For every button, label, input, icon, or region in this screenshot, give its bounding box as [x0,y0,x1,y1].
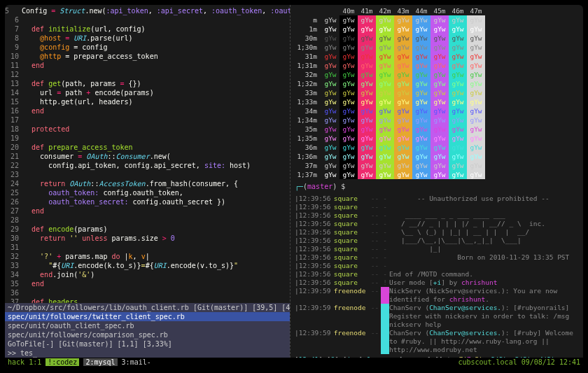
col-header: 44m [412,6,430,15]
code-line[interactable]: 14 url = path + encode(params) [5,88,290,97]
color-row: 1mgYwgYwgYwgYwgYwgYwgYwgYwgYw [295,24,579,34]
window-3[interactable]: 3:mail- [122,358,151,366]
code-line[interactable]: 26 oauth_token_secret: config.oauth_secr… [5,197,290,206]
irc-line: |12:39:56square--- [295,262,579,270]
color-test-grid: 40m41m42m43m44m45m46m47mmgYwgYwgYwgYwgYw… [290,5,583,181]
shell-prompt[interactable]: ┌─(master) $ [290,181,583,192]
irc-line: |12:39:59freenode---ChanServ (ChanServ@s… [295,329,579,354]
irc-line: |12:39:56square--- |_| [295,245,579,253]
status-line: >> tes_ [5,349,290,358]
color-row: 33mgYwgYwgYwgYwgYwgYwgYwgYwgYw [295,88,579,97]
code-line[interactable]: 21 consumer = OAuth::Consumer.new( [5,152,290,161]
code-line[interactable]: 10 @http = prepare_access_token [5,52,290,61]
irc-line: |12:39:56square--- [295,203,579,211]
file-status-area: ~/Dropbox/src/followers/lib/oauth_client… [5,303,290,358]
code-line[interactable]: 33 "#{URI.encode(k.to_s)}=#{URI.encode(v… [5,261,290,270]
hack-bar: hack 1:1 !:codez 2:mysql 3:mail- cubscou… [5,358,583,367]
code-line[interactable]: 9 @config = config [5,43,290,52]
code-line[interactable]: 36 [5,288,290,297]
code-line[interactable]: 11 end [5,61,290,70]
code-line[interactable]: 28 [5,216,290,225]
color-row: 1;30mgYwgYwgYwgYwgYwgYwgYwgYwgYw [295,43,579,52]
code-line[interactable]: 24 return OAuth::AccessToken.from_hash(c… [5,179,290,188]
code-line[interactable]: 5 Config = Struct.new(:api_token, :api_s… [5,6,290,15]
code-line[interactable]: 25 oauth_token: config.oauth_token, [5,188,290,197]
color-row: 1;31mgYwgYwgYwgYwgYwgYwgYwgYwgYw [295,61,579,70]
col-header: 40m [340,6,358,15]
color-row: 1;32mgYwgYwgYwgYwgYwgYwgYwgYwgYw [295,79,579,88]
code-line[interactable]: 34 end.join('&') [5,270,290,279]
code-line[interactable]: 23 [5,170,290,179]
code-line[interactable]: 13 def get(path, params = {}) [5,79,290,88]
color-row: 30mgYwgYwgYwgYwgYwgYwgYwgYwgYw [295,34,579,43]
code-line[interactable]: 32 '?' + params.map do |k, v| [5,252,290,261]
color-row: 1;36mgYwgYwgYwgYwgYwgYwgYwgYwgYw [295,152,579,161]
right-pane: 40m41m42m43m44m45m46m47mmgYwgYwgYwgYwgYw… [290,5,583,358]
code-line[interactable]: 16 end [5,106,290,115]
code-line[interactable]: 30 return '' unless params.size > 0 [5,234,290,243]
color-row: 32mgYwgYwgYwgYwgYwgYwgYwgYwgYw [295,70,579,79]
status-line: GoToFile[-] [Git(master)] [1,1] [3,33%] [5,339,290,349]
status-line: spec/unit/followers/comparison_spec.rb [5,330,290,339]
window-2[interactable]: 2:mysql [83,358,117,366]
col-header: 41m [358,6,376,15]
irc-line: |12:39:56square--- -- Unauthorized use p… [295,195,579,203]
code-line[interactable]: 17 [5,115,290,125]
irc-line: |12:39:56square--- ____ ___ _ _ ___ ____… [295,211,579,220]
code-line[interactable]: 35 end [5,279,290,288]
irc-line: |12:39:56square---End of /MOTD command. [295,270,579,279]
code-buffer[interactable]: 5 Config = Struct.new(:api_token, :api_s… [5,5,290,303]
status-line: spec/unit/oauth_client_spec.rb [5,321,290,330]
status-line: ~/Dropbox/src/followers/lib/oauth_client… [5,303,290,312]
irc-line: |12:39:56square--!User mode [+i] by chri… [295,279,579,287]
code-line[interactable]: 18 protected [5,125,290,134]
code-line[interactable]: 19 [5,134,290,143]
color-row: 37mgYwgYwgYwgYwgYwgYwgYwgYwgYw [295,161,579,170]
code-line[interactable]: 8 @host = URI.parse(url) [5,34,290,43]
code-line[interactable]: 22 config.api_token, config.api_secret, … [5,161,290,170]
color-row: 34mgYwgYwgYwgYwgYwgYwgYwgYwgYw [295,106,579,115]
irc-line: |12:39:59freenode---ChanServ (ChanServ@s… [295,304,579,329]
irc-log[interactable]: |12:39:56square--- -- Unauthorized use p… [290,194,583,355]
clock-host: cubscout.local 09/08/12 12:41 [458,358,580,367]
color-row: 36mgYwgYwgYwgYwgYwgYwgYwgYwgYw [295,143,579,152]
color-row: 1;35mgYwgYwgYwgYwgYwgYwgYwgYwgYw [295,134,579,143]
code-line[interactable]: 31 [5,243,290,252]
code-line[interactable]: 15 http.get(url, headers) [5,97,290,106]
col-header: 47m [467,6,485,15]
code-line[interactable]: 12 [5,70,290,79]
irc-line: |12:39:56square--- Born on 2010-11-29 13… [295,253,579,262]
irc-line: |12:39:56square--- / __// _ | | | |/ _ |… [295,220,579,228]
irc-line: |12:39:56square--- |___/\__,|\___|\__,_|… [295,237,579,245]
color-row: 35mgYwgYwgYwgYwgYwgYwgYwgYwgYw [295,125,579,134]
status-line[interactable]: spec/unit/followers/twitter_client_spec.… [5,312,290,321]
session-name: hack [8,358,24,366]
col-header: 43m [394,6,412,15]
color-row: 1;34mgYwgYwgYwgYwgYwgYwgYwgYwgYw [295,115,579,125]
window-active[interactable]: !:codez [46,358,79,366]
col-header: 46m [449,6,467,15]
code-line[interactable]: 27 end [5,206,290,216]
color-row: 1;37mgYwgYwgYwgYwgYwgYwgYwgYwgYw [295,170,579,179]
col-header: 45m [430,6,449,15]
color-row: mgYwgYwgYwgYwgYwgYwgYwgYwgYw [295,15,579,24]
code-line[interactable]: 7 def initialize(url, config) [5,24,290,34]
editor-pane: 5 Config = Struct.new(:api_token, :api_s… [5,5,290,358]
col-header: 42m [376,6,394,15]
color-row: 1;33mgYwgYwgYwgYwgYwgYwgYwgYwgYw [295,97,579,106]
irc-line: |12:39:56square--- \__ \ (_) | |_| | __ … [295,228,579,237]
color-row: 31mgYwgYwgYwgYwgYwgYwgYwgYwgYw [295,52,579,61]
code-line[interactable]: 29 def encode(params) [5,225,290,234]
code-line[interactable]: 20 def prepare_access_token [5,143,290,152]
code-line[interactable]: 6 [5,15,290,24]
code-line[interactable]: 37 def headers [5,297,290,303]
window-index: 1:1 [29,358,41,366]
irc-line: |12:39:59freenode---NickServ (NickServ@s… [295,287,579,304]
